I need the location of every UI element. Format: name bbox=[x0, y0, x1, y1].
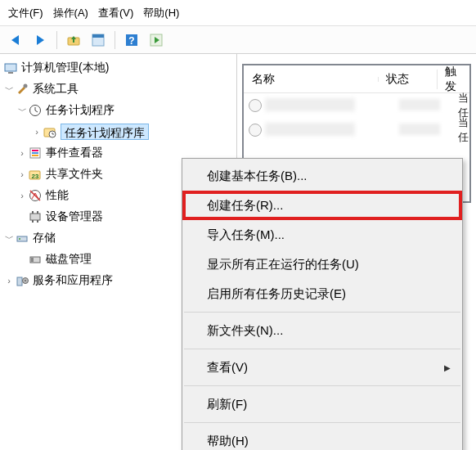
help-icon: ? bbox=[124, 33, 139, 47]
event-viewer-icon bbox=[28, 146, 43, 160]
svg-rect-14 bbox=[32, 152, 38, 154]
svg-rect-6 bbox=[5, 64, 16, 71]
chevron-down-icon[interactable]: ﹀ bbox=[16, 105, 28, 117]
performance-icon bbox=[28, 188, 43, 203]
cell-trigger: 当任 bbox=[458, 115, 469, 145]
blank-twisty bbox=[16, 212, 28, 222]
folder-up-icon bbox=[66, 33, 81, 47]
blurred-text bbox=[399, 124, 440, 135]
svg-point-8 bbox=[24, 84, 28, 88]
svg-text:23: 23 bbox=[32, 173, 39, 180]
svg-rect-15 bbox=[32, 155, 38, 156]
tree-label: 服务和应用程序 bbox=[33, 273, 113, 288]
ctx-separator bbox=[184, 422, 460, 423]
tree-task-scheduler-library[interactable]: › 任务计划程序库 bbox=[2, 121, 235, 142]
device-manager-icon bbox=[28, 209, 43, 224]
context-menu: 创建基本任务(B)... 创建任务(R)... 导入任务(M)... 显示所有正… bbox=[182, 158, 463, 450]
properties-pane-icon bbox=[91, 33, 106, 47]
blurred-text bbox=[265, 98, 355, 111]
svg-rect-22 bbox=[32, 220, 34, 223]
tree-label: 计算机管理(本地) bbox=[21, 61, 109, 75]
svg-rect-19 bbox=[30, 214, 40, 220]
chevron-right-icon[interactable]: › bbox=[3, 276, 15, 286]
computer-management-icon bbox=[3, 61, 18, 75]
svg-text:?: ? bbox=[128, 35, 134, 47]
svg-rect-28 bbox=[17, 277, 22, 286]
svg-rect-21 bbox=[37, 211, 38, 214]
tree-label: 任务计划程序 bbox=[46, 103, 115, 118]
folder-clock-icon bbox=[43, 124, 57, 139]
list-header: 名称 状态 触发 bbox=[244, 65, 469, 93]
task-icon bbox=[249, 124, 262, 137]
svg-point-30 bbox=[25, 280, 26, 281]
svg-rect-20 bbox=[32, 211, 34, 214]
tree-label-selected: 任务计划程序库 bbox=[61, 124, 149, 140]
column-status[interactable]: 状态 bbox=[378, 72, 437, 87]
tree-label: 系统工具 bbox=[33, 82, 79, 97]
services-icon bbox=[15, 273, 29, 288]
storage-icon bbox=[15, 231, 29, 245]
svg-rect-27 bbox=[31, 258, 34, 262]
ctx-show-running-tasks[interactable]: 显示所有正在运行的任务(U) bbox=[182, 250, 462, 279]
menu-bar: 文件(F) 操作(A) 查看(V) 帮助(H) bbox=[0, 0, 476, 26]
tree-label: 存储 bbox=[33, 231, 56, 245]
run-preview-icon bbox=[149, 33, 164, 47]
ctx-create-task[interactable]: 创建任务(R)... bbox=[182, 191, 462, 220]
svg-rect-24 bbox=[17, 236, 27, 241]
blurred-text bbox=[399, 99, 440, 110]
chevron-right-icon[interactable]: › bbox=[16, 148, 28, 158]
forward-button[interactable] bbox=[29, 29, 51, 51]
table-row[interactable]: 当任 bbox=[244, 118, 469, 142]
shared-folders-icon: 23 bbox=[28, 167, 43, 182]
column-trigger[interactable]: 触发 bbox=[437, 65, 469, 94]
tree-root-computer-management[interactable]: 计算机管理(本地) bbox=[2, 57, 235, 79]
tree-task-scheduler[interactable]: ﹀ 任务计划程序 bbox=[2, 100, 235, 121]
forward-arrow-icon bbox=[33, 33, 47, 47]
chevron-right-icon[interactable]: › bbox=[31, 127, 43, 137]
svg-rect-23 bbox=[37, 220, 38, 223]
menu-help[interactable]: 帮助(H) bbox=[143, 6, 179, 20]
chevron-down-icon[interactable]: ﹀ bbox=[3, 232, 15, 245]
svg-rect-13 bbox=[32, 150, 38, 151]
ctx-separator bbox=[184, 312, 460, 313]
menu-view[interactable]: 查看(V) bbox=[98, 6, 133, 20]
chevron-right-icon[interactable]: › bbox=[16, 169, 28, 179]
disk-icon bbox=[28, 252, 43, 267]
back-arrow-icon bbox=[8, 33, 23, 47]
column-name[interactable]: 名称 bbox=[244, 72, 378, 87]
ctx-help[interactable]: 帮助(H) bbox=[182, 426, 462, 450]
ctx-new-folder[interactable]: 新文件夹(N)... bbox=[182, 316, 462, 345]
chevron-right-icon[interactable]: › bbox=[16, 191, 28, 200]
tree-label: 性能 bbox=[46, 188, 69, 203]
tree-label: 磁盘管理 bbox=[46, 252, 92, 267]
tree-label: 事件查看器 bbox=[46, 146, 103, 160]
properties-pane-button[interactable] bbox=[88, 29, 109, 51]
chevron-down-icon[interactable]: ﹀ bbox=[3, 83, 15, 96]
svg-rect-2 bbox=[92, 34, 104, 38]
help-button[interactable]: ? bbox=[121, 29, 142, 51]
tree-label: 共享文件夹 bbox=[46, 167, 103, 182]
tools-icon bbox=[15, 82, 29, 97]
svg-point-25 bbox=[19, 238, 20, 240]
table-row[interactable]: 当任 bbox=[244, 93, 469, 118]
menu-action[interactable]: 操作(A) bbox=[53, 6, 88, 20]
svg-rect-7 bbox=[8, 72, 13, 74]
toolbar: ? bbox=[0, 26, 476, 54]
run-preview-button[interactable] bbox=[146, 29, 167, 51]
blank-twisty bbox=[16, 254, 28, 264]
up-level-button[interactable] bbox=[63, 29, 84, 51]
ctx-create-basic-task[interactable]: 创建基本任务(B)... bbox=[182, 161, 462, 191]
menu-file[interactable]: 文件(F) bbox=[8, 6, 43, 20]
toolbar-separator bbox=[115, 31, 115, 49]
toolbar-separator bbox=[56, 31, 57, 49]
tree-label: 设备管理器 bbox=[46, 209, 103, 224]
back-button[interactable] bbox=[5, 29, 26, 51]
ctx-refresh[interactable]: 刷新(F) bbox=[182, 389, 462, 419]
tree-system-tools[interactable]: ﹀ 系统工具 bbox=[2, 79, 235, 100]
ctx-separator bbox=[184, 349, 460, 349]
ctx-view-submenu[interactable]: 查看(V) bbox=[182, 353, 462, 382]
task-icon bbox=[249, 99, 262, 112]
clock-icon bbox=[28, 103, 43, 118]
ctx-enable-history[interactable]: 启用所有任务历史记录(E) bbox=[182, 279, 462, 308]
ctx-import-task[interactable]: 导入任务(M)... bbox=[182, 220, 462, 250]
